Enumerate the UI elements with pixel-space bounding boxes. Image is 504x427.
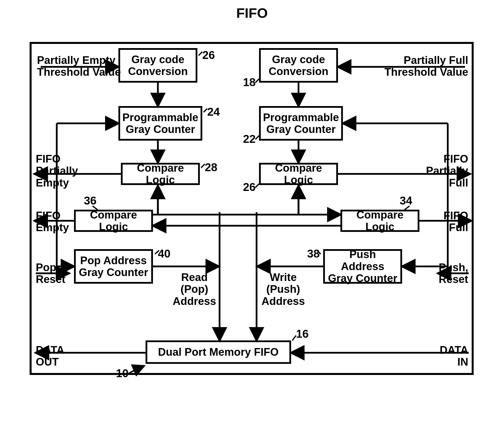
label-fifo-empty: FIFOEmpty bbox=[36, 210, 69, 234]
block-prog-gray-counter-left: ProgrammableGray Counter bbox=[118, 106, 202, 141]
ref-26-right: 26 bbox=[243, 181, 256, 193]
block-gray-code-conv-left: Gray codeConversion bbox=[118, 48, 197, 83]
ref-22: 22 bbox=[243, 133, 256, 145]
block-push-address-counter: Push AddressGray Counter bbox=[323, 249, 402, 284]
block-compare-left-top: Compare Logic bbox=[121, 163, 200, 185]
block-prog-gray-counter-right: ProgrammableGray Counter bbox=[259, 106, 343, 141]
block-dual-port-memory: Dual Port Memory FIFO bbox=[146, 340, 291, 364]
ref-36: 36 bbox=[84, 195, 96, 206]
label-push-reset: Push,Reset bbox=[439, 261, 468, 285]
label-fifo-partially-empty: FIFOPartiallyEmpty bbox=[36, 153, 78, 189]
label-fifo-full: FIFOFull bbox=[444, 210, 468, 234]
label-data-in: DATAIN bbox=[440, 344, 468, 368]
label-fifo-partially-full: FIFOPartiallyFull bbox=[426, 153, 468, 189]
label-pf-threshold: Partially FullThreshold Value bbox=[384, 54, 468, 78]
block-pop-address-counter: Pop AddressGray Counter bbox=[74, 249, 153, 284]
block-compare-right-top: Compare Logic bbox=[259, 163, 338, 185]
ref-38: 38 bbox=[307, 248, 320, 259]
diagram-title: FIFO bbox=[0, 5, 504, 21]
ref-18: 18 bbox=[243, 76, 256, 88]
label-pe-threshold: Partially EmptyThreshold Value bbox=[37, 54, 121, 78]
label-data-out: DATAOUT bbox=[36, 344, 64, 368]
ref-10: 10 bbox=[116, 368, 129, 379]
label-write-address: Write(Push)Address bbox=[261, 271, 305, 307]
block-compare-right-mid: Compare Logic bbox=[340, 210, 419, 232]
ref-34: 34 bbox=[400, 195, 412, 206]
outer-boundary bbox=[30, 42, 474, 375]
label-pop-reset: Pop,Reset bbox=[36, 261, 65, 285]
block-compare-left-mid: Compare Logic bbox=[74, 210, 153, 232]
ref-26-left: 26 bbox=[202, 49, 215, 61]
ref-28: 28 bbox=[205, 162, 217, 173]
label-read-address: Read(Pop)Address bbox=[173, 271, 216, 307]
block-gray-code-conv-right: Gray codeConversion bbox=[259, 48, 338, 83]
ref-40: 40 bbox=[158, 248, 170, 259]
ref-16: 16 bbox=[296, 328, 309, 339]
ref-24: 24 bbox=[207, 106, 220, 117]
